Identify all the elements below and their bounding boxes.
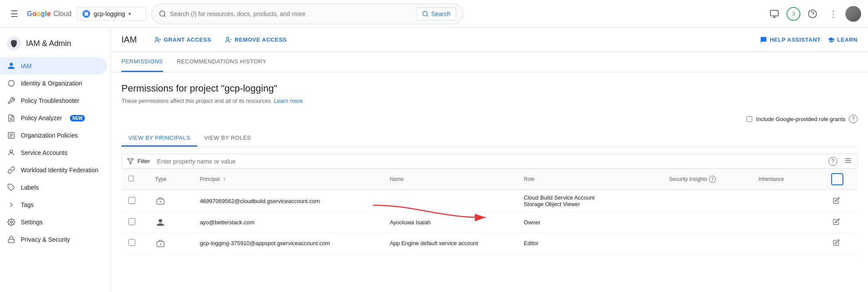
sidebar-item-label: Tags	[21, 201, 34, 208]
sidebar-item-policy-analyzer[interactable]: Policy Analyzer NEW	[0, 109, 107, 127]
table-wrapper: Type Principal ↑ Name Role	[121, 169, 858, 254]
row1-principal: 46997069562@cloudbuild.gserviceaccount.c…	[200, 198, 320, 204]
filter-input[interactable]	[157, 158, 825, 165]
include-google-label: Include Google-provided role grants	[756, 116, 845, 122]
learn-button[interactable]: LEARN	[828, 36, 858, 43]
sidebar-header: IAM & Admin	[0, 28, 111, 57]
sort-icon: ↑	[223, 176, 225, 182]
help-assistant-button[interactable]: HELP ASSISTANT	[760, 36, 820, 43]
sidebar-item-identity-org[interactable]: Identity & Organization	[0, 75, 107, 92]
svg-point-2	[423, 11, 427, 16]
sidebar-item-label: IAM	[21, 62, 32, 69]
sidebar-item-label: Policy Troubleshooter	[21, 97, 79, 104]
project-selector[interactable]: gcp-logging ▾	[77, 7, 146, 21]
sidebar-item-label: Labels	[21, 184, 39, 191]
tab-recommendations[interactable]: RECOMMENDATIONS HISTORY	[177, 52, 267, 72]
remove-access-button[interactable]: REMOVE ACCESS	[218, 33, 294, 47]
row2-role-line1: Owner	[524, 219, 655, 226]
row1-principal-cell: 46997069562@cloudbuild.gserviceaccount.c…	[193, 190, 383, 212]
row3-role-line1: Editor	[524, 240, 655, 246]
learn-icon	[828, 36, 835, 43]
row1-checkbox[interactable]	[128, 197, 135, 204]
svg-point-9	[8, 80, 14, 86]
tabs-bar: PERMISSIONS RECOMMENDATIONS HISTORY	[111, 52, 868, 72]
sidebar-item-org-policies[interactable]: Organization Policies	[0, 127, 107, 144]
row3-checkbox[interactable]	[128, 239, 135, 246]
sidebar-item-labels[interactable]: Labels	[0, 179, 107, 196]
include-help-icon[interactable]: ?	[849, 115, 858, 123]
circle-icon	[7, 79, 16, 88]
row2-edit-button[interactable]	[831, 217, 842, 228]
include-row: Include Google-provided role grants ?	[121, 115, 858, 123]
filter-help-icon[interactable]: ?	[829, 157, 837, 166]
grant-access-button[interactable]: GRANT ACCESS	[147, 33, 219, 47]
wrench-icon	[7, 96, 16, 105]
svg-line-3	[427, 15, 428, 16]
column-toggle[interactable]	[844, 157, 852, 166]
display-icon[interactable]	[766, 5, 783, 23]
sidebar-item-label: Workload Identity Federation	[21, 167, 98, 174]
more-options-icon[interactable]: ⋮	[825, 5, 842, 23]
select-all-checkbox[interactable]	[128, 176, 134, 181]
th-actions	[824, 169, 858, 190]
include-google-checkbox[interactable]	[747, 116, 752, 122]
sidebar-item-workload-identity[interactable]: Workload Identity Federation	[0, 161, 107, 179]
th-name: Name	[383, 169, 517, 190]
row1-edit-button[interactable]	[831, 195, 842, 207]
column-selector-icon[interactable]	[831, 173, 843, 185]
svg-point-20	[156, 37, 158, 39]
row3-type-cell	[148, 233, 193, 254]
sidebar-item-service-accounts[interactable]: Service Accounts	[0, 144, 107, 161]
notification-badge[interactable]: 3	[786, 7, 800, 21]
filter-label: Filter	[137, 158, 150, 164]
row1-actions-cell	[824, 190, 858, 212]
nav-right: 3 ⋮	[766, 5, 861, 23]
row2-security-cell	[662, 212, 751, 233]
row2-actions-cell	[824, 212, 858, 233]
row1-role-line2: Storage Object Viewer	[524, 201, 655, 207]
search-button[interactable]: Search	[416, 7, 456, 20]
row2-checkbox-cell	[121, 212, 148, 233]
row2-role-cell: Owner	[517, 212, 662, 233]
learn-more-link[interactable]: Learn more	[274, 98, 303, 104]
search-btn-icon	[422, 10, 429, 17]
th-checkbox	[121, 169, 148, 190]
row3-edit-button[interactable]	[831, 237, 842, 249]
sidebar-item-policy-troubleshooter[interactable]: Policy Troubleshooter	[0, 92, 107, 109]
sidebar-item-label: Service Accounts	[21, 149, 67, 156]
view-tab-principals[interactable]: VIEW BY PRINCIPALS	[121, 130, 197, 147]
tab-permissions[interactable]: PERMISSIONS	[121, 52, 163, 72]
sidebar-item-settings[interactable]: Settings	[0, 213, 107, 231]
avatar[interactable]	[845, 6, 861, 22]
row3-security-cell	[662, 233, 751, 254]
filter-bar: Filter ?	[121, 154, 858, 169]
sidebar-title: IAM & Admin	[26, 39, 71, 48]
security-help-icon[interactable]: ?	[709, 176, 716, 183]
row1-type-cell	[148, 190, 193, 212]
table-row: gcp-logging-375910@appspot.gserviceaccou…	[121, 233, 858, 254]
th-role: Role	[517, 169, 662, 190]
new-badge: NEW	[70, 115, 85, 121]
sidebar-item-iam[interactable]: IAM	[0, 57, 107, 75]
search-input[interactable]	[170, 10, 413, 17]
page-subtitle: These permissions affect this project an…	[121, 98, 858, 104]
row1-checkbox-cell	[121, 190, 148, 212]
hamburger-menu[interactable]: ☰	[7, 5, 22, 23]
help-icon[interactable]	[804, 5, 821, 23]
sidebar-item-label: Organization Policies	[21, 132, 78, 139]
tag-icon	[7, 183, 16, 192]
sidebar: IAM & Admin IAM Identity & Organization …	[0, 28, 111, 292]
th-inheritance: Inheritance	[751, 169, 824, 190]
dropdown-arrow-icon: ▾	[128, 11, 131, 17]
sidebar-item-tags[interactable]: Tags	[0, 196, 107, 213]
th-principal[interactable]: Principal ↑	[193, 169, 383, 190]
row2-name-cell: Ayooluwa Isaiah	[383, 212, 517, 233]
row3-checkbox-cell	[121, 233, 148, 254]
person-icon	[155, 217, 166, 228]
row2-type-cell	[148, 212, 193, 233]
sidebar-item-privacy-security[interactable]: Privacy & Security	[0, 231, 107, 248]
gear-icon	[7, 218, 16, 226]
svg-rect-4	[770, 10, 778, 16]
view-tab-roles[interactable]: VIEW BY ROLES	[197, 130, 258, 147]
row2-checkbox[interactable]	[128, 218, 135, 225]
